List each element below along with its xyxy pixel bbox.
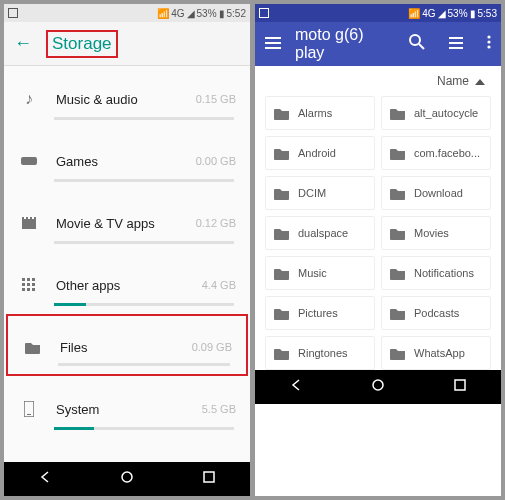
nav-bar bbox=[4, 462, 250, 496]
battery-percent: 53% bbox=[448, 8, 468, 19]
svg-line-22 bbox=[419, 44, 424, 49]
folder-label: Podcasts bbox=[414, 307, 459, 319]
svg-rect-9 bbox=[27, 283, 30, 286]
folder-item[interactable]: alt_autocycle bbox=[381, 96, 491, 130]
row-games[interactable]: Games 0.00 GB bbox=[4, 128, 250, 190]
svg-rect-17 bbox=[204, 472, 214, 482]
svg-rect-13 bbox=[32, 288, 35, 291]
folder-icon bbox=[22, 341, 44, 354]
svg-rect-8 bbox=[22, 283, 25, 286]
folder-label: WhatsApp bbox=[414, 347, 465, 359]
folder-item[interactable]: Download bbox=[381, 176, 491, 210]
svg-rect-3 bbox=[28, 217, 30, 219]
status-bar: 📶 4G ◢ 53% ▮ 5:52 bbox=[4, 4, 250, 22]
folder-item[interactable]: Podcasts bbox=[381, 296, 491, 330]
row-size: 0.12 GB bbox=[196, 217, 236, 229]
svg-rect-2 bbox=[24, 217, 26, 219]
nav-home-icon[interactable] bbox=[371, 378, 385, 396]
svg-rect-15 bbox=[27, 414, 31, 415]
apps-grid-icon bbox=[18, 278, 40, 292]
svg-rect-4 bbox=[32, 217, 34, 219]
nav-home-icon[interactable] bbox=[120, 470, 134, 488]
clock: 5:52 bbox=[227, 8, 246, 19]
svg-point-28 bbox=[487, 45, 490, 48]
row-label: Music & audio bbox=[56, 92, 196, 107]
folder-icon bbox=[274, 267, 290, 280]
svg-rect-6 bbox=[27, 278, 30, 281]
folder-grid[interactable]: Alarmsalt_autocycleAndroidcom.facebo...D… bbox=[255, 96, 501, 370]
folder-item[interactable]: Ringtones bbox=[265, 336, 375, 370]
storage-list[interactable]: ♪ Music & audio 0.15 GB Games 0.00 GB Mo… bbox=[4, 66, 250, 462]
row-label: Games bbox=[56, 154, 196, 169]
sort-label: Name bbox=[437, 74, 469, 88]
folder-label: Pictures bbox=[298, 307, 338, 319]
folder-item[interactable]: DCIM bbox=[265, 176, 375, 210]
usage-bar bbox=[54, 241, 234, 244]
row-size: 0.00 GB bbox=[196, 155, 236, 167]
usage-bar bbox=[54, 117, 234, 120]
hamburger-menu-icon[interactable] bbox=[265, 35, 281, 53]
folder-label: Download bbox=[414, 187, 463, 199]
usage-bar bbox=[54, 179, 234, 182]
folder-item[interactable]: Pictures bbox=[265, 296, 375, 330]
folder-icon bbox=[390, 147, 406, 160]
folder-label: dualspace bbox=[298, 227, 348, 239]
folder-label: Music bbox=[298, 267, 327, 279]
folder-icon bbox=[274, 187, 290, 200]
folder-label: Notifications bbox=[414, 267, 474, 279]
svg-point-27 bbox=[487, 40, 490, 43]
storage-settings-screen: 📶 4G ◢ 53% ▮ 5:52 ← Storage ♪ Music & au… bbox=[4, 4, 250, 496]
network-label: 4G bbox=[171, 8, 184, 19]
svg-point-26 bbox=[487, 35, 490, 38]
nav-recent-icon[interactable] bbox=[202, 470, 216, 488]
folder-icon bbox=[274, 147, 290, 160]
svg-rect-12 bbox=[27, 288, 30, 291]
nav-back-icon[interactable] bbox=[38, 470, 52, 488]
battery-icon: ▮ bbox=[219, 8, 225, 19]
title-highlight: Storage bbox=[46, 30, 118, 58]
battery-percent: 53% bbox=[197, 8, 217, 19]
row-size: 0.09 GB bbox=[192, 341, 232, 353]
row-label: System bbox=[56, 402, 202, 417]
usage-bar bbox=[54, 427, 234, 430]
folder-item[interactable]: Alarms bbox=[265, 96, 375, 130]
folder-item[interactable]: Music bbox=[265, 256, 375, 290]
battery-icon: ▮ bbox=[470, 8, 476, 19]
row-files[interactable]: Files 0.09 GB bbox=[6, 314, 248, 376]
folder-icon bbox=[390, 307, 406, 320]
sort-control[interactable]: Name bbox=[255, 66, 501, 96]
svg-rect-5 bbox=[22, 278, 25, 281]
folder-icon bbox=[274, 227, 290, 240]
network-label: 4G bbox=[422, 8, 435, 19]
list-view-icon[interactable] bbox=[449, 35, 463, 53]
row-other-apps[interactable]: Other apps 4.4 GB bbox=[4, 252, 250, 314]
svg-rect-18 bbox=[265, 37, 281, 39]
folder-item[interactable]: Android bbox=[265, 136, 375, 170]
row-size: 5.5 GB bbox=[202, 403, 236, 415]
folder-label: alt_autocycle bbox=[414, 107, 478, 119]
row-movie-tv[interactable]: Movie & TV apps 0.12 GB bbox=[4, 190, 250, 252]
folder-item[interactable]: WhatsApp bbox=[381, 336, 491, 370]
back-icon[interactable]: ← bbox=[14, 33, 32, 54]
signal-icon: ◢ bbox=[438, 8, 446, 19]
wifi-icon: 📶 bbox=[157, 8, 169, 19]
more-options-icon[interactable] bbox=[487, 35, 491, 53]
row-music-audio[interactable]: ♪ Music & audio 0.15 GB bbox=[4, 66, 250, 128]
music-note-icon: ♪ bbox=[18, 90, 40, 108]
svg-rect-25 bbox=[449, 47, 463, 49]
nav-back-icon[interactable] bbox=[289, 378, 303, 396]
svg-rect-20 bbox=[265, 47, 281, 49]
search-icon[interactable] bbox=[409, 34, 425, 54]
app-header: ← Storage bbox=[4, 22, 250, 66]
folder-item[interactable]: Notifications bbox=[381, 256, 491, 290]
folder-item[interactable]: Movies bbox=[381, 216, 491, 250]
usage-bar bbox=[54, 303, 234, 306]
row-system[interactable]: System 5.5 GB bbox=[4, 376, 250, 438]
row-size: 0.15 GB bbox=[196, 93, 236, 105]
folder-icon bbox=[390, 187, 406, 200]
status-bar: 📶 4G ◢ 53% ▮ 5:53 bbox=[255, 4, 501, 22]
folder-item[interactable]: dualspace bbox=[265, 216, 375, 250]
nav-recent-icon[interactable] bbox=[453, 378, 467, 396]
svg-point-21 bbox=[410, 35, 420, 45]
folder-item[interactable]: com.facebo... bbox=[381, 136, 491, 170]
